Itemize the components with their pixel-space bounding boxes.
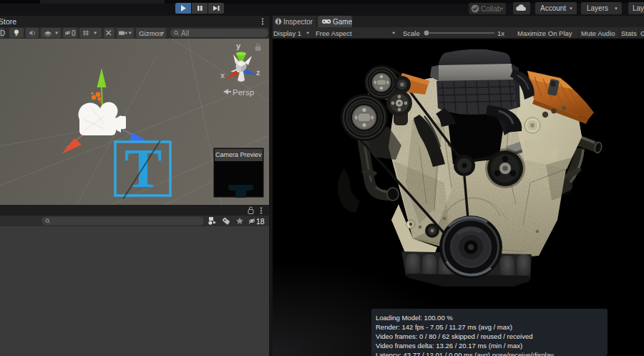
svg-text:Mute Audio: Mute Audio bbox=[581, 29, 615, 37]
svg-text:Layers: Layers bbox=[587, 4, 608, 12]
svg-text:Lay: Lay bbox=[633, 4, 644, 12]
svg-text:Collab: Collab bbox=[481, 5, 502, 13]
svg-text:Stats: Stats bbox=[621, 29, 637, 37]
svg-text:Scale: Scale bbox=[403, 29, 420, 37]
svg-text:All: All bbox=[181, 29, 189, 37]
svg-text:D: D bbox=[0, 29, 5, 37]
svg-text:Free Aspect: Free Aspect bbox=[316, 29, 352, 37]
svg-text:Maximize On Play: Maximize On Play bbox=[517, 29, 572, 37]
svg-text:Camera Previev: Camera Previev bbox=[215, 151, 262, 158]
svg-text:Account: Account bbox=[540, 4, 566, 12]
svg-text:Inspector: Inspector bbox=[283, 18, 313, 26]
svg-text:18: 18 bbox=[256, 217, 265, 226]
svg-text:Gizmos: Gizmos bbox=[139, 29, 162, 37]
svg-text:y: y bbox=[236, 42, 241, 50]
svg-text:Game: Game bbox=[333, 18, 352, 26]
svg-text:1x: 1x bbox=[497, 29, 504, 37]
svg-text:G: G bbox=[640, 29, 644, 37]
svg-text:z: z bbox=[256, 68, 260, 77]
svg-text:x: x bbox=[220, 71, 225, 80]
svg-text:0: 0 bbox=[72, 29, 76, 37]
svg-text:Persp: Persp bbox=[233, 88, 254, 97]
svg-text:Display 1: Display 1 bbox=[273, 29, 301, 37]
